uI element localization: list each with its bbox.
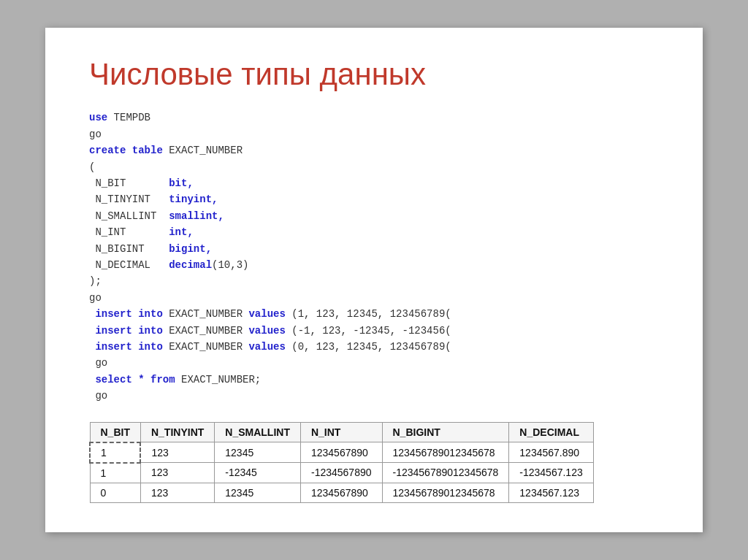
keyword-insert-1: insert into [89,308,169,320]
table-row: 1 123 12345 1234567890 12345678901234567… [90,442,593,463]
code-line: N_INT int, [89,224,659,240]
keyword-go-2: go [89,292,102,304]
keyword-values-3: values [248,341,291,353]
keyword-values-1: values [248,308,291,320]
tablename-3: EXACT_NUMBER [169,341,248,353]
cell-row1-nbit: 1 [90,442,140,463]
cell-row3-nbigint: 12345678901234567​8 [382,483,509,502]
slide: Числовые типы данных use TEMPDB go creat… [45,28,703,532]
code-line: insert into EXACT_NUMBER values (0, 123,… [89,339,659,355]
table-row: 1 123 -12345 -1234567890 -12345678901234… [90,463,593,483]
cell-row2-ndecimal: -1234567.123 [509,463,593,483]
keyword-values-2: values [248,325,291,337]
identifier-table-name: EXACT_NUMBER [169,145,243,156]
code-line: N_TINYINT tinyint, [89,191,659,207]
cell-row1-ndecimal: 1234567.890 [509,442,593,463]
code-line: go [89,388,659,404]
cell-row1-nint: 1234567890 [300,442,382,463]
col-nsmallint: N_SMALLINT [89,210,169,222]
values-1: (1, 123, 12345, 123456789( [291,308,451,320]
keyword-use: use [89,112,114,123]
col-header-nbigint: N_BIGINT [382,422,509,442]
keyword-insert-3: insert into [89,341,169,353]
code-line: insert into EXACT_NUMBER values (1, 123,… [89,306,659,322]
cell-row3-ndecimal: 1234567.123 [509,483,593,502]
code-line: ); [89,273,659,289]
type-int: int, [169,226,194,238]
tablename-select: EXACT_NUMBER; [181,374,261,386]
col-nbigint: N_BIGINT [89,243,169,255]
col-header-ndecimal: N_DECIMAL [509,422,593,442]
keyword-create: create table [89,145,169,156]
keyword-insert-2: insert into [89,325,169,337]
col-ntinyint: N_TINYINT [89,193,169,205]
keyword-go-3: go [89,357,107,369]
cell-row1-nbigint: 12345678901234567​8 [382,442,509,463]
code-line: go [89,126,659,142]
cell-row3-ntinyint: 123 [140,483,214,502]
paren-open: ( [89,161,95,173]
cell-row2-nbigint: -12345678901234567​8 [382,463,509,483]
type-decimal: decimal [169,259,212,271]
type-smallint: smallint, [169,210,224,222]
type-bigint: bigint, [169,243,212,255]
cell-row3-nint: 1234567890 [300,483,382,502]
col-header-nbit: N_BIT [90,422,140,442]
values-3: (0, 123, 12345, 123456789( [291,341,451,353]
closing-paren: ); [89,275,102,287]
keyword-go-4: go [89,390,107,402]
code-line: N_DECIMAL decimal(10,3) [89,257,659,273]
cell-row3-nsmallint: 12345 [215,483,301,502]
table-header-row: N_BIT N_TINYINT N_SMALLINT N_INT N_BIGIN… [90,422,593,442]
code-line: go [89,290,659,306]
cell-row2-nbit: 1 [90,463,140,483]
cell-row2-ntinyint: 123 [140,463,214,483]
col-nbit: N_BIT [89,177,169,189]
result-table: N_BIT N_TINYINT N_SMALLINT N_INT N_BIGIN… [89,422,594,503]
code-line: create table EXACT_NUMBER [89,142,659,158]
code-line: insert into EXACT_NUMBER values (-1, 123… [89,323,659,339]
cell-row2-nsmallint: -12345 [215,463,301,483]
table-row: 0 123 12345 1234567890 12345678901234567… [90,483,593,502]
code-line: N_BIT bit, [89,175,659,191]
identifier-tempdb: TEMPDB [114,112,150,123]
decimal-args: (10,3) [212,259,248,271]
cell-row2-nint: -1234567890 [300,463,382,483]
cell-row1-ntinyint: 123 [140,442,214,463]
code-line: use TEMPDB [89,110,659,126]
cell-row3-nbit: 0 [90,483,140,502]
tablename-1: EXACT_NUMBER [169,308,248,320]
slide-title: Числовые типы данных [89,57,659,92]
col-header-nint: N_INT [300,422,382,442]
keyword-go: go [89,129,102,140]
code-line: ( [89,159,659,175]
code-block: use TEMPDB go create table EXACT_NUMBER … [89,110,659,404]
code-line: go [89,355,659,371]
col-ndecimal: N_DECIMAL [89,259,169,271]
type-tinyint: tinyint, [169,193,218,205]
col-header-ntinyint: N_TINYINT [140,422,214,442]
tablename-2: EXACT_NUMBER [169,325,248,337]
code-line: N_BIGINT bigint, [89,241,659,257]
keyword-select: select * from [89,374,181,386]
values-2: (-1, 123, -12345, -123456( [291,325,451,337]
code-line: N_SMALLINT smallint, [89,208,659,224]
code-line: select * from EXACT_NUMBER; [89,372,659,388]
cell-row1-nsmallint: 12345 [215,442,301,463]
col-nint: N_INT [89,226,169,238]
type-bit: bit, [169,177,194,189]
col-header-nsmallint: N_SMALLINT [215,422,301,442]
